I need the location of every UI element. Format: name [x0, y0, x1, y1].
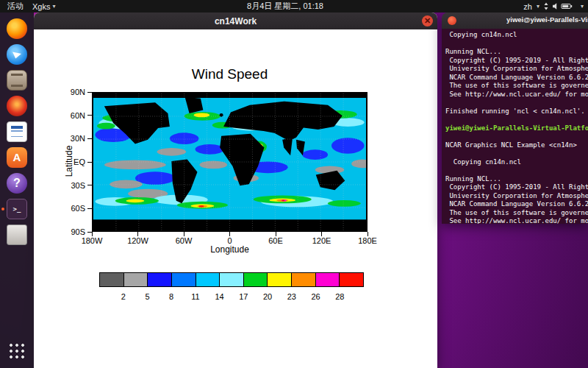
terminal-line: NCAR Command Language Version 6.6.2: [445, 74, 588, 82]
colorbar-cell: [123, 273, 148, 286]
focused-app-menu[interactable]: Xgks ▾: [32, 2, 55, 11]
colorbar-cell: [315, 273, 340, 286]
map-plot: [92, 92, 368, 232]
colorbar-label: 8: [169, 292, 173, 301]
plot-window-titlebar[interactable]: cn14Work ✕: [34, 13, 437, 29]
y-tick-mark: [87, 208, 92, 209]
app-name-label: Xgks: [32, 2, 50, 11]
y-tick-mark: [87, 138, 92, 139]
colorbar-cell: [267, 273, 291, 286]
y-tick-mark: [87, 92, 92, 93]
colorbar-cell: [243, 273, 268, 286]
window-preview-icon: [7, 224, 27, 245]
colorbar-cell: [339, 273, 363, 286]
x-tick-label: 0: [227, 236, 232, 245]
close-icon[interactable]: ✕: [422, 15, 433, 26]
terminal-line: See http://www.ncl.ucar.edu/ for more de…: [445, 91, 588, 99]
ubuntu-software-icon: A: [7, 147, 27, 168]
help-icon: ?: [7, 173, 27, 194]
terminal-line: NCAR Command Language Version 6.6.2: [445, 200, 588, 209]
colorbar-cell: [100, 273, 123, 286]
dock-item-show-applications[interactable]: [0, 338, 34, 364]
terminal-titlebar[interactable]: yiwei@yiwei-Parallels-Virtual-Platform: …: [442, 13, 588, 29]
x-tick-label: 120W: [127, 236, 148, 245]
terminal-icon: >_: [7, 199, 27, 219]
y-tick-mark: [87, 185, 92, 185]
terminal-line: Copyright (C) 1995-2019 - All Rights Res…: [445, 57, 588, 66]
x-tick-mark: [229, 232, 230, 236]
terminal-line: yiwei@yiwei-Parallels-Virtual-Platform:~…: [445, 124, 588, 133]
dock-item-help[interactable]: ?: [0, 170, 34, 196]
x-tick-label: 120E: [312, 236, 331, 245]
terminal-line: [445, 99, 588, 107]
terminal-output[interactable]: Copying cn14n.ncl Running NCL... Copyrig…: [442, 29, 588, 224]
system-tray-icons[interactable]: [544, 2, 576, 10]
wind-speed-map: [93, 93, 366, 230]
terminal-line: University Corporation for Atmospheric R…: [445, 65, 588, 74]
y-tick-label: 90S: [71, 227, 85, 236]
x-tick-label: 60W: [176, 236, 193, 245]
libreoffice-writer-icon: [7, 121, 27, 142]
rhythmbox-icon: [7, 96, 27, 116]
colorbar: [99, 272, 364, 287]
y-tick-label: 60S: [71, 204, 85, 213]
dock-item-preview[interactable]: [0, 222, 34, 247]
show-applications-icon: [8, 342, 26, 360]
close-icon[interactable]: [448, 16, 456, 25]
thunderbird-icon: [7, 44, 27, 65]
terminal-line: [445, 166, 588, 175]
dock-item-writer[interactable]: [0, 118, 34, 144]
x-tick-label: 180W: [82, 236, 103, 245]
running-indicator: [1, 208, 4, 210]
system-menu-chevron-icon[interactable]: ▾: [581, 3, 584, 10]
colorbar-label: 14: [215, 292, 224, 301]
terminal-line: The use of this software is governed by …: [445, 82, 588, 91]
x-tick-label: 60E: [268, 236, 283, 245]
terminal-line: [445, 116, 588, 124]
terminal-window: yiwei@yiwei-Parallels-Virtual-Platform: …: [442, 13, 588, 224]
colorbar-label: 5: [145, 292, 149, 301]
chevron-down-icon: ▾: [537, 3, 539, 10]
colorbar-label: 28: [335, 292, 344, 301]
plot-area: Wind Speed Latitude Longitude: [34, 29, 437, 368]
input-method-indicator[interactable]: zh: [523, 2, 532, 11]
terminal-line: [445, 149, 588, 158]
terminal-line: [445, 40, 588, 49]
x-tick-mark: [92, 232, 93, 236]
colorbar-label: 26: [311, 292, 320, 301]
x-tick-mark: [276, 232, 276, 236]
y-tick-label: 60N: [71, 111, 85, 120]
terminal-line: See http://www.ncl.ucar.edu/ for more de…: [445, 217, 588, 224]
x-tick-mark: [137, 232, 138, 236]
dock-item-terminal[interactable]: >_: [0, 196, 34, 222]
terminal-title: yiwei@yiwei-Parallels-Virtual-Platform: …: [506, 15, 588, 24]
colorbar-cell: [291, 273, 315, 286]
colorbar-cell: [219, 273, 243, 286]
y-tick-label: 90N: [71, 88, 85, 96]
colorbar-label: 17: [239, 292, 248, 301]
terminal-line: Running NCL...: [445, 48, 588, 57]
terminal-line: Copying cn14n.ncl: [445, 31, 588, 40]
files-icon: [7, 70, 27, 91]
top-bar: 活动 Xgks ▾ 8月4日 星期二, 01:18 zh ▾ ▾: [0, 0, 588, 13]
x-axis-label: Longitude: [92, 244, 368, 255]
dock-item-software[interactable]: A: [0, 144, 34, 170]
terminal-line: [445, 132, 588, 141]
terminal-line: The use of this software is governed by …: [445, 209, 588, 218]
dock-item-firefox[interactable]: [0, 15, 34, 41]
dock-item-rhythmbox[interactable]: [0, 93, 34, 118]
activities-button[interactable]: 活动: [7, 1, 24, 12]
dock-item-thunderbird[interactable]: [0, 41, 34, 67]
terminal-line: Running NCL...: [445, 175, 588, 184]
terminal-line: Copyright (C) 1995-2019 - All Rights Res…: [445, 183, 588, 192]
colorbar-cell: [147, 273, 171, 286]
x-tick-mark: [368, 232, 368, 236]
colorbar-label: 2: [121, 292, 126, 301]
y-tick-label: 30N: [71, 134, 85, 143]
terminal-line: Finished running 'ncl < cn14n.ncl'.: [445, 107, 588, 116]
y-tick-label: 30S: [71, 181, 85, 190]
clock[interactable]: 8月4日 星期二, 01:18: [247, 1, 323, 12]
dock-item-files[interactable]: [0, 67, 34, 93]
colorbar-cell: [196, 273, 220, 286]
terminal-line: NCAR Graphics NCL Example <cn14n>: [445, 141, 588, 150]
